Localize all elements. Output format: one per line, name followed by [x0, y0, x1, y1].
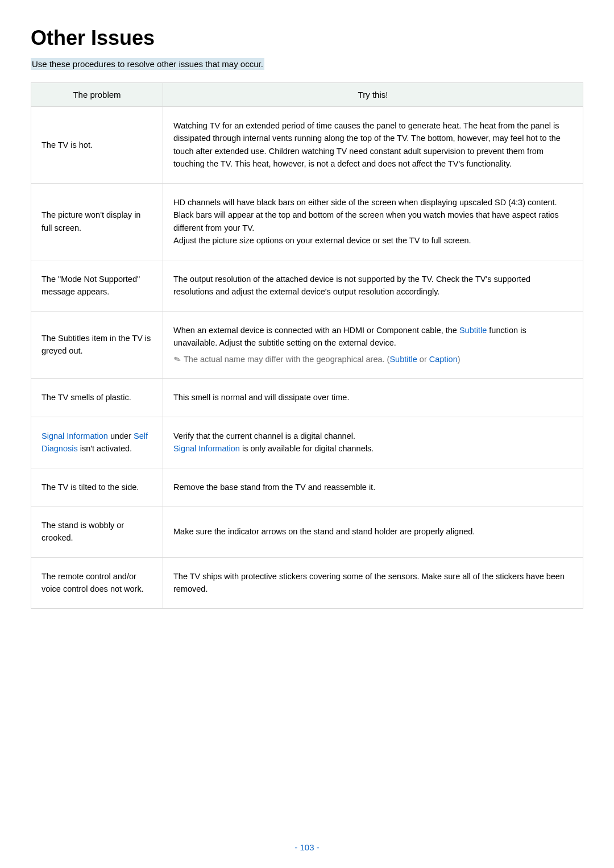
solution-cell: This smell is normal and will dissipate …	[163, 379, 583, 417]
intro-text: Use these procedures to resolve other is…	[31, 58, 264, 70]
problem-text: isn't activated.	[78, 444, 132, 453]
solution-cell: HD channels will have black bars on eith…	[163, 183, 583, 260]
table-row: The TV smells of plastic. This smell is …	[31, 379, 583, 417]
table-row: The TV is tilted to the side. Remove the…	[31, 468, 583, 506]
signal-information-link[interactable]: Signal Information	[173, 444, 240, 453]
solution-text: is only available for digital channels.	[240, 444, 374, 453]
problem-text: under	[108, 431, 134, 441]
table-row: The Subtitles item in the TV is greyed o…	[31, 311, 583, 378]
problem-cell: The TV is tilted to the side.	[31, 468, 163, 506]
solution-para: Verify that the current channel is a dig…	[173, 430, 572, 442]
pencil-icon: ✎	[172, 352, 184, 367]
solution-para: Signal Information is only available for…	[173, 442, 572, 455]
solution-cell: The output resolution of the attached de…	[163, 260, 583, 311]
note-line: ✎The actual name may differ with the geo…	[173, 353, 572, 366]
problem-cell: The TV smells of plastic.	[31, 379, 163, 417]
solution-para: When an external device is connected wit…	[173, 324, 572, 350]
table-row: The remote control and/or voice control …	[31, 557, 583, 608]
table-row: The stand is wobbly or crooked. Make sur…	[31, 506, 583, 557]
page-title: Other Issues	[31, 26, 583, 50]
table-row: Signal Information under Self Diagnosis …	[31, 417, 583, 468]
note-text: )	[458, 355, 460, 364]
note-text: or	[417, 355, 429, 364]
solution-cell: When an external device is connected wit…	[163, 311, 583, 378]
header-try: Try this!	[163, 83, 583, 107]
solution-cell: The TV ships with protective stickers co…	[163, 557, 583, 608]
problem-cell: The Subtitles item in the TV is greyed o…	[31, 311, 163, 378]
solution-cell: Make sure the indicator arrows on the st…	[163, 506, 583, 557]
table-row: The picture won't display in full screen…	[31, 183, 583, 260]
problem-cell: The stand is wobbly or crooked.	[31, 506, 163, 557]
issues-table: The problem Try this! The TV is hot. Wat…	[31, 82, 583, 609]
solution-text: When an external device is connected wit…	[173, 326, 459, 335]
solution-para: HD channels will have black bars on eith…	[173, 196, 572, 209]
problem-cell: The remote control and/or voice control …	[31, 557, 163, 608]
subtitle-link[interactable]: Subtitle	[459, 326, 487, 335]
problem-cell: The picture won't display in full screen…	[31, 183, 163, 260]
problem-cell: The "Mode Not Supported" message appears…	[31, 260, 163, 311]
problem-cell: The TV is hot.	[31, 107, 163, 184]
solution-para: Adjust the picture size options on your …	[173, 234, 572, 247]
problem-cell: Signal Information under Self Diagnosis …	[31, 417, 163, 468]
table-row: The "Mode Not Supported" message appears…	[31, 260, 583, 311]
page-number: - 103 -	[0, 842, 614, 852]
subtitle-link[interactable]: Subtitle	[389, 355, 417, 364]
solution-para: Black bars will appear at the top and bo…	[173, 209, 572, 234]
solution-cell: Verify that the current channel is a dig…	[163, 417, 583, 468]
solution-cell: Watching TV for an extended period of ti…	[163, 107, 583, 184]
note-text: The actual name may differ with the geog…	[184, 355, 389, 364]
header-problem: The problem	[31, 83, 163, 107]
caption-link[interactable]: Caption	[429, 355, 458, 364]
solution-cell: Remove the base stand from the TV and re…	[163, 468, 583, 506]
signal-information-link[interactable]: Signal Information	[42, 431, 108, 441]
table-row: The TV is hot. Watching TV for an extend…	[31, 107, 583, 184]
